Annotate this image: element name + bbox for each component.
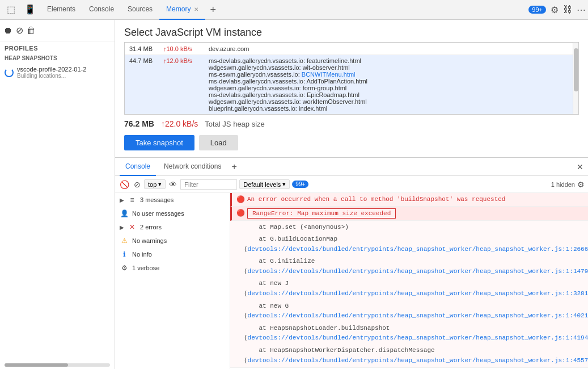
vm-rate-1: ↑10.0 kB/s: [163, 45, 209, 52]
trace-line-6: at HeapSnapshotLoader.buildSnapshot (dev…: [244, 324, 588, 343]
trace-link-1[interactable]: devtools://devtools/bundled/entrypoints/…: [248, 246, 588, 253]
trace-line-4: at new J (devtools://devtools/bundled/en…: [244, 279, 588, 299]
sidebar-errors[interactable]: ▶ ✕ 2 errors: [115, 220, 230, 234]
devtools-right-icons: 99+ ⚙ ⛓ ⋯: [528, 5, 586, 15]
record-button[interactable]: ⏺: [3, 26, 12, 36]
verbose-label: 1 verbose: [132, 265, 159, 271]
settings-icon[interactable]: ⚙: [551, 5, 559, 15]
remote-icon[interactable]: ⛓: [563, 5, 572, 15]
console-messages: 🔴 An error occurred when a call to metho…: [230, 193, 588, 369]
trace-line-2: at G.buildLocationMap (devtools://devtoo…: [244, 234, 588, 254]
sidebar-info[interactable]: ℹ No info: [115, 248, 230, 261]
load-button[interactable]: Load: [199, 135, 238, 150]
tab-inspect-icon[interactable]: ⬚: [2, 0, 20, 20]
main-area: ⏺ ⊘ 🗑 Profiles HEAP SNAPSHOTS vscode-pro…: [0, 20, 588, 369]
trace-link-6[interactable]: devtools://devtools/bundled/entrypoints/…: [248, 357, 588, 364]
trace-line-5: at new G (devtools://devtools/bundled/en…: [244, 301, 588, 321]
add-tab-button[interactable]: +: [205, 4, 221, 16]
trace-link-4[interactable]: devtools://devtools/bundled/entrypoints/…: [248, 312, 588, 319]
vm-scrollbar-thumb: [574, 48, 578, 91]
add-console-tab-button[interactable]: +: [231, 162, 236, 172]
console-panel: Console Network conditions + ✕ 🚫 ⊘ top ▾…: [115, 158, 588, 369]
verbose-icon: ⚙: [120, 264, 129, 272]
trace-line-1: at Map.set (<anonymous>): [244, 223, 349, 233]
profile-item[interactable]: vscode-profile-2022-01-2 Building locati…: [0, 64, 115, 81]
errors-label: 2 errors: [140, 224, 162, 230]
context-chevron-icon: ▾: [158, 181, 162, 188]
devtools-tab-bar: ⬚ 📱 Elements Console Sources Memory ✕ + …: [0, 0, 588, 20]
context-selector[interactable]: top ▾: [144, 179, 166, 189]
tab-device-icon[interactable]: 📱: [20, 0, 40, 20]
notification-badge[interactable]: 99+: [528, 6, 546, 14]
error-circle-icon-1: 🔴: [236, 195, 245, 204]
total-rate: ↑22.0 kB/s: [161, 119, 198, 128]
action-buttons: Take snapshot Load: [115, 133, 588, 157]
heap-snapshots-label: HEAP SNAPSHOTS: [0, 53, 115, 64]
vm-scrollbar[interactable]: [573, 43, 578, 114]
sidebar-scrollbar: [5, 363, 110, 367]
stop-button[interactable]: ⊘: [16, 25, 23, 36]
trace-link-5[interactable]: devtools://devtools/bundled/entrypoints/…: [248, 334, 588, 341]
tab-elements[interactable]: Elements: [40, 0, 82, 20]
tab-sources[interactable]: Sources: [121, 0, 159, 20]
vm-urls: ms-devlabs.gallerycdn.vsassets.io: featu…: [209, 57, 574, 112]
vm-row-selected[interactable]: 44.7 MB ↑12.0 kB/s ms-devlabs.gallerycdn…: [125, 54, 578, 114]
errors-icon: ✕: [128, 223, 137, 231]
warnings-icon: ⚠: [120, 237, 129, 245]
sidebar-warnings[interactable]: ⚠ No warnings: [115, 234, 230, 248]
expand-messages-icon: ▶: [120, 197, 124, 203]
level-label: Default levels: [243, 181, 281, 188]
context-label: top: [148, 181, 156, 188]
sidebar-user-messages[interactable]: 👤 No user messages: [115, 207, 230, 220]
error-text-1: An error occurred when a call to method …: [247, 195, 583, 204]
block-filter-button[interactable]: ⊘: [133, 179, 142, 190]
error-circle-icon-2: 🔴: [236, 209, 245, 217]
eye-icon[interactable]: 👁: [168, 179, 178, 190]
vm-size-2: 44.7 MB: [129, 57, 163, 64]
console-badge: 99+: [292, 181, 308, 188]
level-chevron-icon: ▾: [282, 181, 286, 188]
more-icon[interactable]: ⋯: [577, 5, 586, 15]
sidebar-messages[interactable]: ▶ ≡ 3 messages: [115, 193, 230, 207]
sidebar-scroll-thumb: [5, 363, 68, 367]
profile-name: vscode-profile-2022-01-2: [17, 66, 86, 73]
level-selector[interactable]: Default levels ▾: [239, 179, 290, 189]
info-icon: ℹ: [120, 250, 129, 258]
console-settings-icon[interactable]: ⚙: [577, 180, 585, 189]
sidebar-verbose[interactable]: ⚙ 1 verbose: [115, 261, 230, 275]
memory-panel: Select JavaScript VM instance 31.4 MB ↑1…: [115, 20, 588, 157]
bcnwit-link[interactable]: BCNWITMenu.html: [302, 71, 356, 78]
profile-status: Building locations...: [17, 73, 86, 79]
tab-console[interactable]: Console: [82, 0, 121, 20]
total-label: Total JS heap size: [205, 120, 265, 128]
console-error-2: 🔴 RangeError: Map maximum size exceeded: [230, 207, 588, 221]
vm-size-1: 31.4 MB: [129, 45, 163, 52]
vm-url-1: dev.azure.com: [209, 45, 574, 52]
user-icon: 👤: [120, 209, 129, 217]
tab-elements-label: Elements: [47, 5, 75, 13]
filter-input[interactable]: [180, 179, 237, 190]
trace-link-3[interactable]: devtools://devtools/bundled/entrypoints/…: [248, 290, 588, 297]
messages-icon: ≡: [128, 196, 137, 204]
tab-memory-close[interactable]: ✕: [194, 6, 198, 12]
vm-row[interactable]: 31.4 MB ↑10.0 kB/s dev.azure.com: [125, 43, 578, 54]
tab-memory[interactable]: Memory ✕: [159, 0, 205, 20]
trace-line-7: at HeapSnapshotWorkerDispatcher.dispatch…: [244, 346, 588, 366]
tab-network-conditions[interactable]: Network conditions: [158, 158, 227, 176]
range-error-box: RangeError: Map maximum size exceeded: [247, 208, 396, 219]
tab-console-bottom[interactable]: Console: [120, 158, 156, 176]
error-box-text: RangeError: Map maximum size exceeded: [247, 208, 396, 219]
profiles-label: Profiles: [0, 41, 115, 53]
console-tab-bar: Console Network conditions + ✕: [115, 158, 588, 176]
vm-list: 31.4 MB ↑10.0 kB/s dev.azure.com 44.7 MB…: [125, 43, 578, 114]
total-size: 76.2 MB: [124, 119, 154, 128]
close-console-panel-button[interactable]: ✕: [577, 162, 583, 171]
vm-rate-2: ↑12.0 kB/s: [163, 57, 209, 64]
clear-console-button[interactable]: 🚫: [119, 179, 130, 190]
trace-link-2[interactable]: devtools://devtools/bundled/entrypoints/…: [248, 268, 588, 275]
vm-list-container: 31.4 MB ↑10.0 kB/s dev.azure.com 44.7 MB…: [124, 42, 579, 115]
clear-button[interactable]: 🗑: [27, 26, 36, 36]
expand-errors-icon: ▶: [120, 224, 124, 230]
take-snapshot-button[interactable]: Take snapshot: [124, 135, 194, 150]
network-conditions-label: Network conditions: [164, 162, 221, 170]
